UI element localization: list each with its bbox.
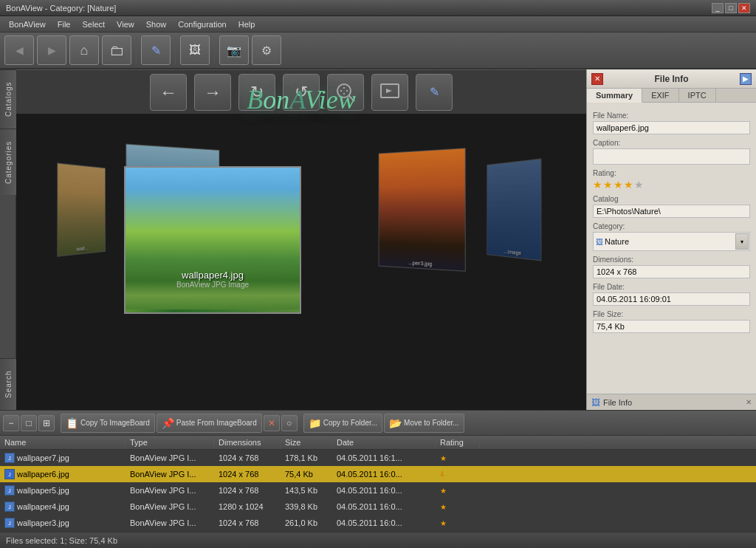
settings-button[interactable]: ⚙ bbox=[252, 35, 281, 65]
fi-dimensions-value: 1024 x 768 bbox=[593, 265, 750, 278]
minimize-button[interactable]: _ bbox=[712, 3, 724, 13]
menu-file[interactable]: File bbox=[52, 17, 77, 32]
fi-stars-row[interactable]: ★ ★ ★ ★ ★ bbox=[593, 179, 750, 191]
logo-text: BonAView bbox=[247, 84, 356, 115]
copy-imageboard-icon: 📋 bbox=[66, 417, 78, 429]
content-area: Catalogs Categories Search BonAView bbox=[0, 69, 756, 548]
home-button[interactable]: ⌂ bbox=[69, 35, 99, 65]
menu-view[interactable]: View bbox=[111, 17, 140, 32]
move-folder-icon: 📂 bbox=[389, 417, 402, 429]
ft-x-button[interactable]: ✕ bbox=[264, 415, 280, 431]
cell-name-2: J wallpaper5.jpg bbox=[0, 484, 126, 496]
col-header-rating[interactable]: Rating bbox=[436, 436, 480, 449]
fi-rating-label: Rating: bbox=[593, 169, 750, 177]
cf-item-far-left[interactable]: wall... bbox=[57, 162, 106, 256]
file-icon-1: J bbox=[4, 469, 15, 479]
table-row[interactable]: J wallpaper7.jpg BonAView JPG I... 1024 … bbox=[0, 450, 756, 466]
ft-grid-button[interactable]: ⊞ bbox=[38, 415, 55, 431]
cell-size-1: 75,4 Kb bbox=[281, 469, 332, 479]
star-3[interactable]: ★ bbox=[614, 179, 623, 191]
camera-button[interactable]: 📷 bbox=[219, 35, 249, 65]
folder-button[interactable]: 🗀 bbox=[102, 35, 131, 65]
cf-center-label: wallpaper4.jpg BonAView JPG Image bbox=[176, 270, 249, 289]
star-5[interactable]: ★ bbox=[634, 179, 644, 191]
cell-dims-2: 1024 x 768 bbox=[214, 485, 281, 496]
cell-type-2: BonAView JPG I... bbox=[126, 485, 214, 496]
fi-bottom-bar[interactable]: 🖼 File Info ✕ bbox=[587, 394, 756, 410]
move-to-folder-button[interactable]: 📂 Move to Folder... bbox=[384, 414, 464, 433]
paste-from-imageboard-button[interactable]: 📌 Paste From ImageBoard bbox=[157, 414, 262, 433]
cell-rating-4: ★ bbox=[436, 518, 480, 528]
sidebar-tab-categories[interactable]: Categories bbox=[0, 129, 16, 195]
fi-caption-value[interactable] bbox=[593, 148, 750, 165]
sidebar-tab-search[interactable]: Search bbox=[0, 358, 16, 410]
menu-configuration[interactable]: Configuration bbox=[172, 17, 232, 32]
cell-date-1: 04.05.2011 16:0... bbox=[332, 469, 436, 479]
col-header-type[interactable]: Type bbox=[126, 436, 214, 449]
col-header-date[interactable]: Date bbox=[332, 436, 436, 449]
col-header-dimensions[interactable]: Dimensions bbox=[214, 436, 281, 449]
close-button[interactable]: ✕ bbox=[738, 3, 750, 13]
cell-date-2: 04.05.2011 16:0... bbox=[332, 485, 436, 496]
tab-summary[interactable]: Summary bbox=[587, 89, 642, 103]
viewer: BonAView wall... wallpap... BonAView bbox=[16, 69, 586, 410]
cell-name-0: J wallpaper7.jpg bbox=[0, 452, 126, 464]
paste-imageboard-label: Paste From ImageBoard bbox=[176, 419, 257, 427]
fi-panel-title: File Info bbox=[655, 74, 689, 84]
copy-folder-label: Copy to Folder... bbox=[323, 419, 377, 427]
fi-category-row: 🖼 Nature ▾ bbox=[593, 232, 750, 251]
status-bar: Files selected: 1; Size: 75,4 Kb bbox=[0, 532, 756, 548]
paste-imageboard-icon: 📌 bbox=[162, 417, 174, 429]
table-row[interactable]: J wallpaper4.jpg BonAView JPG I... 1280 … bbox=[0, 499, 756, 515]
cf-item-right[interactable]: ...per3.jpg bbox=[379, 148, 466, 272]
fi-expand-button[interactable]: ▶ bbox=[740, 73, 752, 85]
cf-item-far-right[interactable]: ...Image bbox=[487, 159, 541, 261]
table-row[interactable]: J wallpaper5.jpg BonAView JPG I... 1024 … bbox=[0, 482, 756, 499]
maximize-button[interactable]: □ bbox=[725, 3, 737, 13]
file-icon-4: J bbox=[4, 518, 15, 528]
fi-catalog-value: E:\Photos\Nature\ bbox=[593, 205, 750, 218]
fi-bottom-icon: 🖼 bbox=[591, 397, 600, 408]
toolbar-separator-3 bbox=[214, 37, 215, 64]
copy-to-imageboard-button[interactable]: 📋 Copy To ImageBoard bbox=[61, 414, 155, 433]
menu-show[interactable]: Show bbox=[140, 17, 173, 32]
cell-size-0: 178,1 Kb bbox=[281, 453, 332, 463]
cell-rating-2: ★ bbox=[436, 485, 480, 496]
fi-dimensions-label: Dimensions: bbox=[593, 256, 750, 264]
cf-item-center[interactable]: wallpaper4.jpg BonAView JPG Image bbox=[124, 166, 301, 314]
sidebar-tab-catalogs[interactable]: Catalogs bbox=[0, 69, 16, 129]
star-2[interactable]: ★ bbox=[603, 179, 613, 191]
cover-flow: wall... wallpap... BonAView J... wa bbox=[16, 69, 586, 410]
back-button[interactable]: ◀ bbox=[4, 35, 34, 65]
tab-exif[interactable]: EXIF bbox=[642, 89, 678, 102]
fi-filedate-value: 04.05.2011 16:09:01 bbox=[593, 292, 750, 306]
tab-iptc[interactable]: IPTC bbox=[679, 89, 716, 102]
menu-bonaview[interactable]: BonAView bbox=[3, 17, 52, 32]
fi-filedate-label: File Date: bbox=[593, 283, 750, 291]
ft-circle-button[interactable]: ○ bbox=[281, 415, 298, 431]
cell-rating-0: ★ bbox=[436, 453, 480, 463]
ft-square-button[interactable]: □ bbox=[21, 415, 37, 431]
table-row[interactable]: J wallpaper6.jpg BonAView JPG I... 1024 … bbox=[0, 466, 756, 482]
edit-button[interactable]: ✎ bbox=[141, 35, 171, 65]
table-row[interactable]: J wallpaper3.jpg BonAView JPG I... 1024 … bbox=[0, 515, 756, 531]
fi-close-button[interactable]: ✕ bbox=[591, 73, 603, 85]
forward-button[interactable]: ▶ bbox=[37, 35, 66, 65]
copy-to-folder-button[interactable]: 📁 Copy to Folder... bbox=[303, 414, 382, 433]
file-toolbar: − □ ⊞ 📋 Copy To ImageBoard 📌 Paste From … bbox=[0, 410, 756, 436]
fi-bottom-close-button[interactable]: ✕ bbox=[746, 398, 752, 406]
ft-minus-button[interactable]: − bbox=[3, 415, 19, 431]
fi-category-dropdown-button[interactable]: ▾ bbox=[735, 233, 749, 250]
star-1[interactable]: ★ bbox=[593, 179, 602, 191]
photo-button[interactable]: 🖼 bbox=[180, 35, 210, 65]
star-4[interactable]: ★ bbox=[624, 179, 633, 191]
menu-select[interactable]: Select bbox=[76, 17, 111, 32]
col-header-size[interactable]: Size bbox=[281, 436, 332, 449]
col-header-name[interactable]: Name bbox=[0, 436, 126, 449]
file-list-header: Name Type Dimensions Size Date Rating bbox=[0, 436, 756, 450]
cell-type-4: BonAView JPG I... bbox=[126, 518, 214, 528]
cell-type-1: BonAView JPG I... bbox=[126, 469, 214, 479]
menu-help[interactable]: Help bbox=[233, 17, 261, 32]
fi-category-label: Category: bbox=[593, 222, 750, 230]
file-list-scroll[interactable]: J wallpaper7.jpg BonAView JPG I... 1024 … bbox=[0, 450, 756, 532]
